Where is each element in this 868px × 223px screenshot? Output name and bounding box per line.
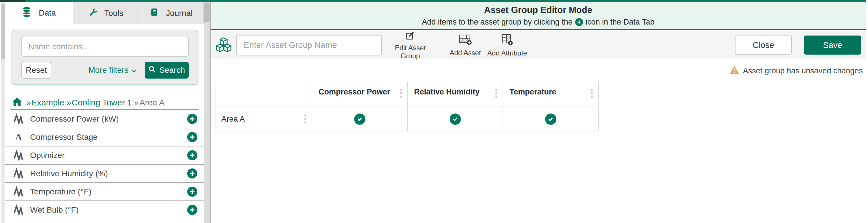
- breadcrumb-separator: »: [66, 98, 71, 107]
- toolbar-separator: [439, 34, 439, 56]
- string-signal-icon: A: [13, 132, 24, 143]
- reset-button[interactable]: Reset: [22, 62, 51, 79]
- top-accent-bar: [0, 0, 868, 2]
- page-title: Asset Group Editor Mode: [211, 5, 866, 15]
- list-item-optimizer[interactable]: Optimizer: [5, 146, 204, 165]
- more-filters-toggle[interactable]: More filters: [89, 66, 137, 75]
- sidebar-tabstrip: Data Tools Journal: [5, 2, 204, 24]
- list-item-label: Wet Bulb (°F): [30, 206, 79, 215]
- sidebar-left-scrollbar[interactable]: [1, 2, 5, 223]
- home-icon[interactable]: [12, 97, 22, 109]
- tab-data[interactable]: Data: [5, 2, 73, 24]
- list-item-label: Optimizer: [30, 151, 65, 160]
- tab-tools[interactable]: Tools: [73, 2, 139, 24]
- list-item-label: Relative Humidity (%): [30, 169, 108, 178]
- list-item-compressor-stage[interactable]: A Compressor Stage: [5, 128, 204, 146]
- editor-mode-banner: Asset Group Editor Mode Add items to the…: [211, 2, 866, 30]
- breadcrumb-separator: »: [26, 98, 31, 107]
- breadcrumb: » Example » Cooling Tower 1 » Area A: [12, 96, 165, 109]
- asset-item-list: Compressor Power (kW) A Compressor Stage…: [5, 110, 204, 219]
- column-menu-icon[interactable]: [399, 87, 403, 99]
- table-header-row: Compressor Power Relative Humidity Tempe…: [216, 82, 598, 107]
- search-actions-row: Reset More filters Search: [22, 62, 189, 79]
- column-header-compressor-power: Compressor Power: [312, 82, 407, 107]
- list-item-label: Temperature (°F): [30, 187, 91, 196]
- panel-resize-divider[interactable]: [204, 2, 211, 223]
- add-to-group-plus-icon[interactable]: [187, 132, 197, 142]
- column-header-label: Compressor Power: [318, 87, 390, 96]
- edit-pencil-icon: [405, 31, 415, 42]
- attribute-cell-compressor-power: [312, 107, 407, 131]
- check-circle-icon[interactable]: [545, 114, 556, 125]
- list-item-label: Compressor Stage: [30, 133, 97, 142]
- add-asset-button[interactable]: Add Asset: [448, 33, 482, 58]
- breadcrumb-current-area-a: Area A: [140, 98, 165, 107]
- add-attribute-button[interactable]: Add Attribute: [486, 33, 528, 58]
- top-accent-bar-left-segment: [0, 0, 26, 2]
- check-circle-icon[interactable]: [450, 114, 461, 125]
- asset-group-name-input[interactable]: [236, 35, 382, 55]
- add-to-group-plus-icon[interactable]: [187, 205, 197, 215]
- unsaved-changes-warning-text: Asset group has unsaved changes: [743, 67, 863, 75]
- add-to-group-plus-icon[interactable]: [187, 150, 197, 160]
- close-button[interactable]: Close: [735, 36, 792, 54]
- list-item-temperature[interactable]: Temperature (°F): [5, 183, 204, 201]
- search-button[interactable]: Search: [145, 62, 189, 79]
- plus-circle-icon: [575, 18, 583, 26]
- sidebar-left-scrollbar-thumb[interactable]: [1, 4, 5, 59]
- banner-subtitle-before: Add items to the asset group by clicking…: [422, 17, 572, 27]
- check-circle-icon[interactable]: [354, 114, 365, 125]
- attribute-cell-relative-humidity: [407, 107, 503, 131]
- edit-asset-group-label: Edit Asset Group: [388, 44, 433, 60]
- sidebar-data-panel: Reset More filters Search: [5, 24, 204, 223]
- column-header-relative-humidity: Relative Humidity: [407, 82, 503, 107]
- breadcrumb-separator: »: [134, 98, 139, 107]
- attribute-cell-temperature: [503, 107, 598, 131]
- banner-subtitle: Add items to the asset group by clicking…: [211, 17, 866, 27]
- row-header-cell: Area A: [216, 107, 312, 131]
- add-to-group-plus-icon[interactable]: [187, 187, 197, 197]
- table-corner-cell: [216, 82, 312, 107]
- save-button[interactable]: Save: [804, 36, 861, 54]
- search-filter-panel: Reset More filters Search: [11, 30, 198, 85]
- asset-group-editor-main: Asset Group Editor Mode Add items to the…: [211, 2, 866, 223]
- tab-data-label: Data: [39, 8, 56, 17]
- column-menu-icon[interactable]: [494, 87, 498, 99]
- asset-group-editor-window: Data Tools Journal: [0, 0, 868, 223]
- add-to-group-plus-icon[interactable]: [187, 169, 197, 179]
- search-button-label: Search: [159, 66, 185, 75]
- column-menu-icon[interactable]: [590, 87, 594, 99]
- edit-asset-group-button[interactable]: Edit Asset Group: [388, 33, 433, 58]
- tab-journal[interactable]: Journal: [139, 2, 204, 24]
- database-icon: [22, 7, 31, 20]
- list-item-relative-humidity[interactable]: Relative Humidity (%): [5, 165, 204, 183]
- tab-tools-label: Tools: [104, 9, 123, 18]
- column-header-label: Relative Humidity: [414, 87, 480, 96]
- more-filters-label: More filters: [89, 66, 128, 75]
- add-asset-table-icon: [459, 34, 472, 47]
- search-icon: [148, 66, 156, 75]
- warning-triangle-icon: [730, 65, 739, 76]
- chevron-down-icon: [131, 66, 137, 75]
- breadcrumb-link-cooling-tower-1[interactable]: Cooling Tower 1: [72, 98, 132, 107]
- unsaved-changes-warning: Asset group has unsaved changes: [730, 65, 863, 77]
- wrench-icon: [88, 8, 97, 18]
- row-header-label: Area A: [221, 115, 245, 123]
- column-header-temperature: Temperature: [503, 82, 598, 107]
- journal-icon: [150, 7, 159, 19]
- signal-icon: [13, 150, 24, 161]
- list-item-wet-bulb[interactable]: Wet Bulb (°F): [5, 201, 204, 219]
- breadcrumb-link-example[interactable]: Example: [32, 98, 64, 107]
- asset-group-table: Compressor Power Relative Humidity Tempe…: [216, 82, 599, 132]
- add-asset-label: Add Asset: [450, 49, 481, 57]
- signal-icon: [13, 205, 24, 216]
- panel-scrollbar-thumb[interactable]: [204, 3, 210, 22]
- asset-group-cubes-icon: [215, 37, 232, 54]
- add-to-group-plus-icon[interactable]: [187, 114, 197, 124]
- tab-journal-label: Journal: [166, 9, 193, 18]
- editor-toolbar: Edit Asset Group: [211, 31, 866, 59]
- name-contains-input[interactable]: [22, 37, 189, 57]
- list-item-compressor-power[interactable]: Compressor Power (kW): [5, 110, 204, 128]
- row-menu-icon[interactable]: [303, 114, 308, 125]
- signal-icon: [13, 114, 24, 124]
